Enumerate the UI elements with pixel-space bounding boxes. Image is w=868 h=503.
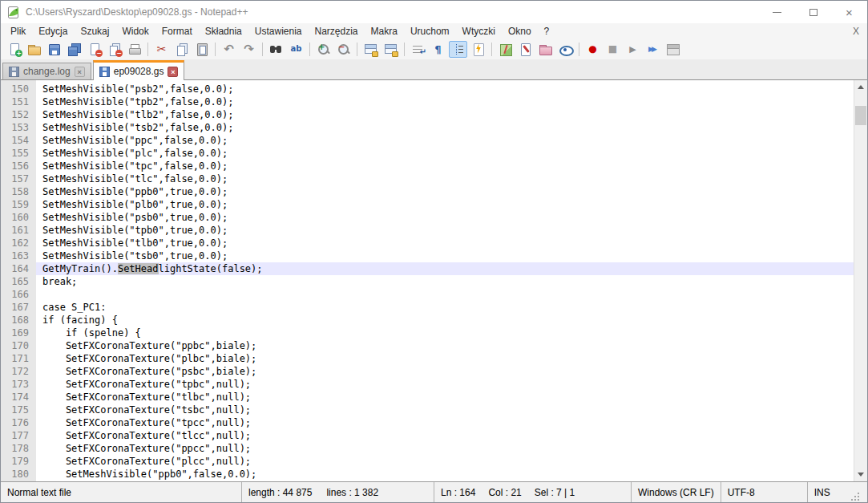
new-file-icon[interactable]: + — [5, 41, 23, 58]
line-number[interactable]: 164 — [1, 262, 36, 275]
code-line-174[interactable]: 174 SetFXCoronaTexture("tlbc",null); — [1, 391, 854, 404]
macro-record-icon[interactable]: ● — [583, 41, 602, 58]
sync-vertical-scroll-icon[interactable] — [361, 41, 380, 58]
paste-icon[interactable] — [192, 41, 211, 58]
menu-item-skladnia[interactable]: Składnia — [199, 24, 248, 39]
monitoring-eye-icon[interactable] — [556, 41, 575, 58]
code-line-155[interactable]: 155SetMeshVisible("plc",false,0.0); — [1, 147, 854, 160]
print-icon[interactable] — [125, 41, 143, 58]
close-all-icon[interactable]: − — [105, 41, 123, 58]
macro-stop-icon[interactable]: ■ — [604, 41, 622, 58]
maximize-button[interactable] — [795, 1, 831, 23]
line-number[interactable]: 169 — [1, 327, 36, 339]
code-line-160[interactable]: 160SetMeshVisible("psb0",true,0.0); — [1, 211, 854, 224]
macro-save-icon[interactable] — [664, 41, 682, 58]
code-line-161[interactable]: 161SetMeshVisible("tpb0",true,0.0); — [1, 224, 854, 237]
scroll-down-button[interactable] — [854, 468, 867, 481]
code-line-157[interactable]: 157SetMeshVisible("tlc",false,0.0); — [1, 172, 854, 185]
menu-item-widok[interactable]: Widok — [115, 24, 155, 39]
line-number[interactable]: 156 — [1, 160, 36, 172]
code-line-169[interactable]: 169 if (spelne) { — [1, 327, 854, 339]
minimize-button[interactable] — [759, 1, 795, 23]
code-line-154[interactable]: 154SetMeshVisible("ppc",false,0.0); — [1, 134, 854, 147]
line-number[interactable]: 166 — [1, 288, 36, 301]
code-line-178[interactable]: 178 SetFXCoronaTexture("ppcc",null); — [1, 442, 854, 455]
line-number[interactable]: 155 — [1, 147, 36, 160]
menu-item-wtyczki[interactable]: Wtyczki — [456, 24, 502, 39]
menu-item-edycja[interactable]: Edycja — [32, 24, 74, 39]
code-line-153[interactable]: 153SetMeshVisible("tsb2",false,0.0); — [1, 121, 854, 134]
zoom-out-icon[interactable]: − — [334, 41, 353, 58]
open-file-icon[interactable] — [25, 41, 43, 58]
code-line-165[interactable]: 165break; — [1, 275, 854, 288]
scrollbar-thumb[interactable] — [855, 106, 866, 125]
code-line-152[interactable]: 152SetMeshVisible("tlb2",false,0.0); — [1, 108, 854, 121]
code-area[interactable]: 150SetMeshVisible("psb2",false,0.0);151S… — [1, 80, 854, 481]
menu-item-uruchom[interactable]: Uruchom — [404, 24, 456, 39]
line-number[interactable]: 170 — [1, 339, 36, 352]
macro-multi-play-icon[interactable]: ▶▶ — [644, 41, 662, 58]
code-line-175[interactable]: 175 SetFXCoronaTexture("tsbc",null); — [1, 404, 854, 416]
menu-item-help[interactable]: ? — [538, 24, 556, 39]
tab-close-icon[interactable]: × — [75, 67, 85, 77]
menu-item-szukaj[interactable]: Szukaj — [74, 24, 115, 39]
line-number[interactable]: 163 — [1, 249, 36, 262]
line-number[interactable]: 159 — [1, 198, 36, 211]
menu-item-plik[interactable]: Plik — [4, 24, 32, 39]
folder-as-workspace-icon[interactable] — [536, 41, 555, 58]
editor-pane[interactable]: 150SetMeshVisible("psb2",false,0.0);151S… — [1, 80, 867, 481]
user-define-dialog-icon[interactable] — [469, 41, 487, 58]
code-line-159[interactable]: 159SetMeshVisible("plb0",true,0.0); — [1, 198, 854, 211]
close-button[interactable]: × — [831, 1, 867, 23]
save-all-icon[interactable] — [65, 41, 83, 58]
replace-icon[interactable]: ab — [287, 41, 305, 58]
code-line-179[interactable]: 179 SetFXCoronaTexture("plcc",null); — [1, 455, 854, 468]
line-number[interactable]: 157 — [1, 172, 36, 185]
show-all-characters-icon[interactable]: ¶ — [429, 41, 447, 58]
code-line-162[interactable]: 162SetMeshVisible("tlb0",true,0.0); — [1, 237, 854, 249]
line-number[interactable]: 172 — [1, 365, 36, 378]
cut-icon[interactable]: ✂ — [152, 41, 171, 58]
scroll-up-button[interactable] — [854, 80, 867, 94]
code-line-177[interactable]: 177 SetFXCoronaTexture("tlcc",null); — [1, 429, 854, 442]
code-line-168[interactable]: 168if (facing) { — [1, 314, 854, 327]
code-line-158[interactable]: 158SetMeshVisible("ppb0",true,0.0); — [1, 185, 854, 198]
line-number[interactable]: 152 — [1, 108, 36, 121]
line-number[interactable]: 160 — [1, 211, 36, 224]
save-icon[interactable] — [45, 41, 63, 58]
line-number[interactable]: 179 — [1, 455, 36, 468]
line-number[interactable]: 171 — [1, 352, 36, 365]
indent-guide-icon[interactable] — [449, 41, 467, 58]
resize-grip[interactable] — [850, 491, 861, 502]
zoom-in-icon[interactable]: + — [314, 41, 333, 58]
code-line-170[interactable]: 170 SetFXCoronaTexture("ppbc",biale); — [1, 339, 854, 352]
code-line-166[interactable]: 166 — [1, 288, 854, 301]
code-line-150[interactable]: 150SetMeshVisible("psb2",false,0.0); — [1, 83, 854, 95]
line-number[interactable]: 154 — [1, 134, 36, 147]
line-number[interactable]: 175 — [1, 404, 36, 416]
macro-play-icon[interactable]: ▶ — [624, 41, 642, 58]
document-map-icon[interactable] — [496, 41, 515, 58]
find-icon[interactable] — [267, 41, 285, 58]
vertical-scrollbar[interactable] — [854, 80, 867, 481]
redo-icon[interactable]: ↷ — [240, 41, 258, 58]
code-line-167[interactable]: 167case S_PC1: — [1, 301, 854, 314]
code-line-171[interactable]: 171 SetFXCoronaTexture("plbc",biale); — [1, 352, 854, 365]
menu-item-format[interactable]: Format — [155, 24, 199, 39]
menu-item-makra[interactable]: Makra — [365, 24, 404, 39]
code-line-163[interactable]: 163SetMeshVisible("tsb0",true,0.0); — [1, 249, 854, 262]
tab-close-icon[interactable]: × — [168, 67, 178, 77]
line-number[interactable]: 161 — [1, 224, 36, 237]
tab-ep09028-gs[interactable]: ep09028.gs× — [93, 60, 185, 80]
line-number[interactable]: 158 — [1, 185, 36, 198]
line-number[interactable]: 180 — [1, 468, 36, 481]
line-number[interactable]: 162 — [1, 237, 36, 249]
line-number[interactable]: 153 — [1, 121, 36, 134]
code-line-156[interactable]: 156SetMeshVisible("tpc",false,0.0); — [1, 160, 854, 172]
scrollbar-track[interactable] — [854, 94, 867, 468]
tab-change-log[interactable]: change.log× — [2, 63, 91, 79]
code-line-151[interactable]: 151SetMeshVisible("tpb2",false,0.0); — [1, 95, 854, 108]
menubar-close-document-x[interactable]: X — [853, 26, 859, 37]
line-number[interactable]: 167 — [1, 301, 36, 314]
undo-icon[interactable]: ↶ — [220, 41, 238, 58]
